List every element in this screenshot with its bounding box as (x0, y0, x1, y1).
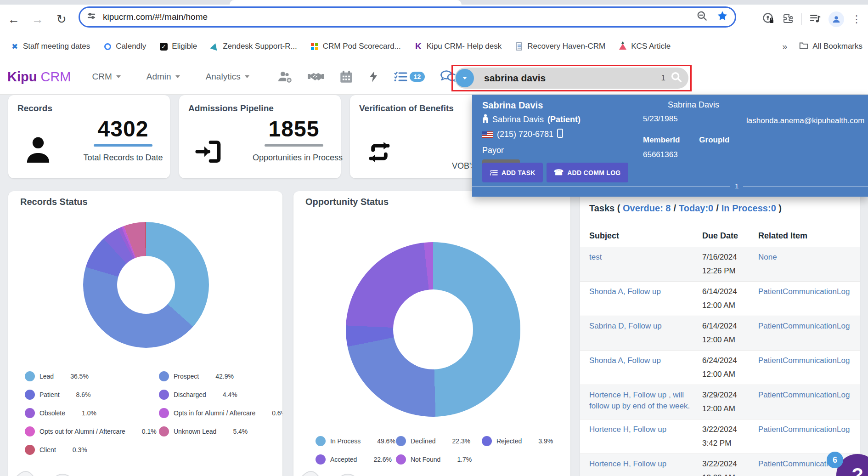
bookmarks-bar: ✖Staff meeting datesCalendly✓EligibleZen… (0, 34, 868, 59)
bookmark-label: Staff meeting dates (23, 42, 90, 51)
kcs-icon (618, 42, 627, 51)
menu-analytics[interactable]: Analytics (206, 72, 249, 82)
search-highlight-annotation: sabrina davis 1 (451, 65, 692, 91)
legend-value: 1.7% (457, 456, 472, 463)
task-related-link[interactable]: PatientCommunicationLog (758, 321, 860, 332)
legend-item[interactable]: Declined22.3% (396, 436, 482, 446)
records-status-donut[interactable] (83, 222, 209, 348)
legend-value: 22.3% (452, 437, 470, 445)
legend-label: Prospect (174, 373, 199, 380)
legend-item[interactable]: Accepted22.6% (316, 454, 396, 465)
task-subject-link[interactable]: Sabrina D, Follow up (589, 321, 702, 332)
legend-item[interactable]: Not Found1.7% (396, 454, 482, 465)
task-related-link[interactable]: PatientCommunicationLog (758, 355, 860, 366)
add-task-label: ADD TASK (502, 169, 535, 176)
legend-swatch (316, 436, 326, 446)
patient-phone[interactable]: (215) 720-6781 (497, 130, 553, 139)
search-icon[interactable] (670, 71, 683, 85)
phone-icon: ☎ (554, 168, 564, 177)
legend-item[interactable]: Rejected3.9% (482, 436, 567, 446)
legend-label: Rejected (496, 437, 522, 445)
result-email[interactable]: lashonda.anema@kipuhealth.com (746, 116, 864, 125)
bookmark-item[interactable]: CRM Pod Scorecard... (305, 39, 406, 54)
bookmark-item[interactable]: KKipu CRM- Help desk (409, 39, 506, 54)
forward-button[interactable]: → (28, 9, 48, 29)
global-search[interactable]: sabrina davis 1 (455, 68, 688, 89)
bookmarks-overflow-button[interactable]: » (778, 41, 792, 52)
add-comm-log-button[interactable]: ☎ ADD COMM LOG (547, 163, 628, 182)
bookmark-item[interactable]: ✓Eligible (154, 39, 202, 54)
task-subject-link[interactable]: Shonda A, Follow up (589, 286, 702, 297)
url-bar[interactable]: kipucrm.com/#!/main/home (79, 6, 736, 28)
legend-item[interactable]: Opts out for Alumni / Aftercare0.1% (25, 426, 159, 436)
legend-item[interactable]: Patient8.6% (25, 390, 159, 400)
legend-item[interactable]: Unknown Lead5.4% (159, 426, 282, 436)
legend-swatch (316, 454, 326, 465)
bookmark-item[interactable]: Calendly (98, 39, 151, 54)
result-full-name: Sabrina Davis (668, 100, 749, 110)
back-button[interactable]: ← (4, 9, 24, 29)
task-row: Shonda A, Follow up6/14/202412:00 AMPati… (580, 281, 860, 316)
pipeline-caption: Opportunities in Process (253, 153, 335, 163)
profile-avatar[interactable] (829, 11, 844, 27)
bookmark-item[interactable]: Recovery Haven-CRM (510, 39, 610, 54)
bookmark-star-icon[interactable] (716, 10, 728, 24)
task-subject-link[interactable]: Hortence H, Follow up (589, 459, 702, 470)
extensions-icon[interactable] (782, 12, 794, 26)
tasks-filter-link[interactable]: In Process:0 (721, 203, 776, 213)
bookmark-item[interactable]: KCS Article (614, 39, 675, 54)
browser-menu-icon[interactable]: ⋮ (851, 14, 862, 24)
page-number[interactable]: 1 (730, 182, 743, 190)
search-scope-dropdown[interactable] (456, 69, 474, 87)
menu-admin[interactable]: Admin (147, 72, 180, 82)
toolbar-divider (801, 13, 802, 25)
password-manager-icon[interactable] (762, 12, 775, 27)
person-icon (24, 135, 52, 167)
task-count-badge: 12 (410, 72, 425, 82)
legend-item[interactable]: In Process49.6% (316, 436, 396, 446)
legend-item[interactable]: Lead36.5% (25, 371, 159, 381)
opportunity-status-donut[interactable] (346, 242, 520, 417)
url-text[interactable]: kipucrm.com/#!/main/home (103, 12, 696, 22)
task-subject-link[interactable]: Hortence H, Follow up , will follow up b… (589, 390, 702, 412)
repeat-icon (366, 139, 393, 167)
legend-item[interactable]: Opts in for Alumni / Aftercare0.6% (159, 408, 282, 418)
task-related-link[interactable]: PatientCommunicationLog (758, 286, 860, 297)
result-name[interactable]: Sabrina Davis (482, 100, 634, 111)
app-logo[interactable]: KipuCRM (7, 69, 71, 85)
bookmark-item[interactable]: Zendesk Support-R... (205, 39, 302, 54)
reload-button[interactable]: ↻ (51, 9, 72, 29)
task-related-link[interactable]: PatientCommunicationLog (758, 424, 860, 435)
bookmark-item[interactable]: ✖Staff meeting dates (6, 39, 95, 54)
zoom-out-icon[interactable] (696, 10, 708, 24)
add-task-button[interactable]: ADD TASK (482, 163, 543, 182)
eligible-icon: ✓ (159, 42, 168, 51)
handshake-icon[interactable] (307, 70, 325, 83)
legend-value: 49.6% (377, 437, 395, 445)
media-controls-icon[interactable] (809, 12, 821, 26)
legend-item[interactable]: Obsolete1.0% (25, 408, 159, 418)
legend-item[interactable]: Client0.3% (25, 445, 159, 455)
menu-label: CRM (92, 72, 112, 82)
legend-item[interactable]: Discharged4.4% (159, 390, 282, 400)
result-dob: 5/23/1985 (643, 114, 749, 124)
active-tab[interactable] (230, 0, 462, 5)
task-list-icon[interactable]: 12 (394, 70, 425, 83)
tasks-filter-link[interactable]: Today:0 (679, 203, 713, 213)
task-list-icon (490, 169, 498, 176)
site-settings-icon[interactable] (86, 11, 96, 23)
calendar-icon[interactable] (339, 70, 353, 84)
task-related-link[interactable]: None (758, 252, 860, 263)
task-related-link[interactable]: PatientCommunicationLog (758, 390, 860, 401)
task-subject-link[interactable]: test (589, 252, 702, 263)
menu-crm[interactable]: CRM (92, 72, 120, 82)
quick-actions-icon[interactable] (368, 70, 379, 84)
search-input[interactable]: sabrina davis (484, 73, 661, 84)
add-contact-icon[interactable] (277, 70, 293, 84)
task-subject-link[interactable]: Shonda A, Follow up (589, 355, 702, 366)
legend-item[interactable]: Prospect42.9% (159, 371, 282, 381)
task-subject-link[interactable]: Hortence H, Follow up (589, 424, 702, 435)
sparkline-decoration (8, 468, 85, 476)
all-bookmarks-button[interactable]: All Bookmarks (792, 40, 862, 52)
tasks-filter-link[interactable]: Overdue: 8 (623, 203, 671, 213)
